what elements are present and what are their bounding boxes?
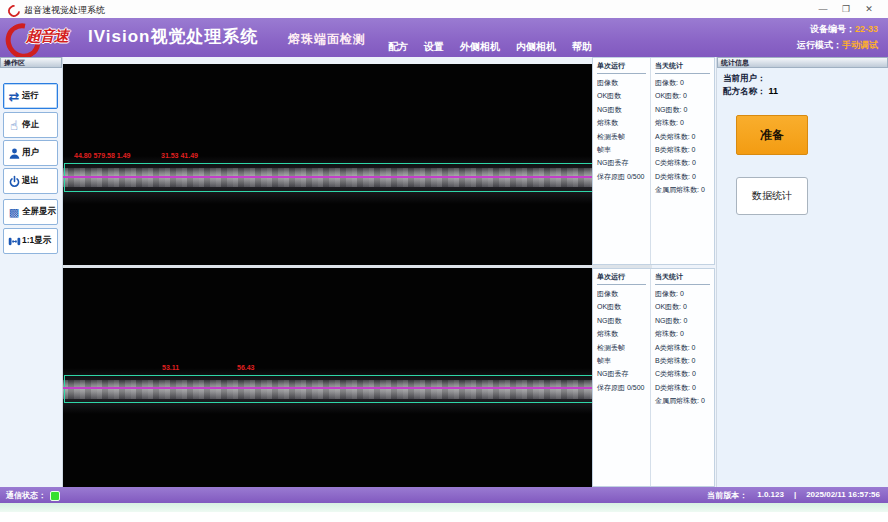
single-run-column: 单次运行 图像数OK图数NG图数熔珠数检测丢帧帧率NG图丢存保存原图 0/500 <box>593 269 651 486</box>
stat-row: 保存原图 0/500 <box>597 381 646 394</box>
detection-rect-overlay <box>64 375 652 403</box>
device-number-label: 设备编号： <box>810 24 855 34</box>
single-run-title: 单次运行 <box>597 61 646 74</box>
user-button[interactable]: 用户 <box>3 140 58 166</box>
app-subtitle: 熔珠端面检测 <box>288 31 366 48</box>
datetime-value: 2025/02/11 16:57:56 <box>806 490 880 501</box>
stat-row: 保存原图 0/500 <box>597 170 646 183</box>
device-info: 设备编号：22-33 运行模式：手动调试 <box>797 21 878 53</box>
stat-row: 图像数: 0 <box>655 76 710 89</box>
menu-item[interactable]: 配方 <box>388 40 408 54</box>
stat-row: NG图丢存 <box>597 156 646 169</box>
daily-stats-rows: 图像数: 0OK图数: 0NG图数: 0熔珠数: 0A类熔珠数: 0B类熔珠数:… <box>655 76 710 197</box>
prepare-button[interactable]: 准备 <box>736 115 808 155</box>
stat-row: 熔珠数: 0 <box>655 327 710 340</box>
minimize-button[interactable]: — <box>814 2 832 16</box>
menu-item[interactable]: 内侧相机 <box>516 40 556 54</box>
stats-panel-top: 单次运行 图像数OK图数NG图数熔珠数检测丢帧帧率NG图丢存保存原图 0/500… <box>592 57 715 265</box>
run-button-label: 运行 <box>22 90 39 102</box>
stat-row: 图像数 <box>597 76 646 89</box>
camera-viewport-bottom[interactable]: 53.11 56.43 <box>63 268 652 487</box>
current-user-label: 当前用户： <box>723 73 766 83</box>
measurement-annotation: 44.80 579.58 1.49 <box>74 152 130 159</box>
measurement-annotation: 53.11 <box>162 364 179 371</box>
stat-row: 帧率 <box>597 354 646 367</box>
measure-line-overlay <box>63 176 652 178</box>
fullscreen-grid-icon: ▩ <box>6 206 22 219</box>
measurement-annotation: 31.53 41.49 <box>161 152 198 159</box>
statistics-info-panel: 统计信息 当前用户： 配方名称：11 准备 数据统计 <box>716 57 888 487</box>
stat-row: 帧率 <box>597 143 646 156</box>
measure-line-overlay <box>63 387 652 389</box>
run-mode-value: 手动调试 <box>842 40 878 50</box>
stat-row: 金属屑熔珠数: 0 <box>655 183 710 196</box>
brand-logo-text: 超音速 <box>26 27 68 46</box>
recipe-name-value: 11 <box>769 86 779 96</box>
stat-row: OK图数 <box>597 89 646 102</box>
one-to-one-button[interactable]: 1:1显示 <box>3 228 58 254</box>
stat-row: NG图数: 0 <box>655 103 710 116</box>
daily-stats-title: 当天统计 <box>655 272 710 285</box>
one-to-one-icon <box>6 235 22 248</box>
stats-panel-bottom: 单次运行 图像数OK图数NG图数熔珠数检测丢帧帧率NG图丢存保存原图 0/500… <box>592 268 715 487</box>
info-panel-title: 统计信息 <box>717 57 888 68</box>
stat-row: NG图数: 0 <box>655 314 710 327</box>
stat-row: NG图丢存 <box>597 367 646 380</box>
stat-row: 金属屑熔珠数: 0 <box>655 394 710 407</box>
stat-row: 图像数 <box>597 287 646 300</box>
exit-button[interactable]: 退出 <box>3 168 58 194</box>
daily-stats-title: 当天统计 <box>655 61 710 74</box>
main-area: 操作区 ⇄ 运行 ☝ 停止 用户 退出 ▩ 全屏显示 <box>0 57 888 487</box>
menu-item[interactable]: 外侧相机 <box>460 40 500 54</box>
menu-item[interactable]: 帮助 <box>572 40 592 54</box>
power-icon <box>6 175 22 188</box>
version-value: 1.0.123 <box>757 490 784 501</box>
stat-row: C类熔珠数: 0 <box>655 156 710 169</box>
desktop-edge <box>0 503 888 512</box>
stat-row: 熔珠数: 0 <box>655 116 710 129</box>
run-mode-label: 运行模式： <box>797 40 842 50</box>
close-button[interactable]: ✕ <box>860 2 878 16</box>
comm-status-indicator <box>50 491 60 501</box>
status-separator: | <box>794 490 796 501</box>
data-statistics-button[interactable]: 数据统计 <box>736 177 808 215</box>
maximize-button[interactable]: ❐ <box>837 2 855 16</box>
stat-row: 熔珠数 <box>597 327 646 340</box>
app-icon <box>6 3 23 20</box>
user-button-label: 用户 <box>22 147 39 159</box>
recipe-name-label: 配方名称： <box>723 86 766 96</box>
stat-row: B类熔珠数: 0 <box>655 143 710 156</box>
single-run-title: 单次运行 <box>597 272 646 285</box>
window-title: 超音速视觉处理系统 <box>24 4 105 17</box>
camera-viewport-top[interactable]: 44.80 579.58 1.49 31.53 41.49 <box>63 64 652 265</box>
run-button[interactable]: ⇄ 运行 <box>3 83 58 109</box>
menu-item[interactable]: 设置 <box>424 40 444 54</box>
stat-row: 图像数: 0 <box>655 287 710 300</box>
stat-row: A类熔珠数: 0 <box>655 341 710 354</box>
operation-sidebar: 操作区 ⇄ 运行 ☝ 停止 用户 退出 ▩ 全屏显示 <box>0 57 63 487</box>
fullscreen-button-label: 全屏显示 <box>22 206 56 218</box>
menu-bar: 配方设置外侧相机内侧相机帮助 <box>388 40 592 54</box>
daily-stats-column: 当天统计 图像数: 0OK图数: 0NG图数: 0熔珠数: 0A类熔珠数: 0B… <box>651 58 714 264</box>
run-cycle-icon: ⇄ <box>6 89 22 104</box>
fullscreen-button[interactable]: ▩ 全屏显示 <box>3 199 58 225</box>
current-user-row: 当前用户： <box>723 72 882 85</box>
stop-button[interactable]: ☝ 停止 <box>3 112 58 138</box>
stat-row: OK图数: 0 <box>655 89 710 102</box>
device-number-value: 22-33 <box>855 24 878 34</box>
recipe-name-row: 配方名称：11 <box>723 85 882 98</box>
app-title: IVision视觉处理系统 <box>88 25 258 48</box>
sidebar-title: 操作区 <box>0 57 62 68</box>
single-run-column: 单次运行 图像数OK图数NG图数熔珠数检测丢帧帧率NG图丢存保存原图 0/500 <box>593 58 651 264</box>
stat-row: C类熔珠数: 0 <box>655 367 710 380</box>
stat-row: A类熔珠数: 0 <box>655 130 710 143</box>
stop-hand-icon: ☝ <box>6 118 22 133</box>
stat-row: 检测丢帧 <box>597 341 646 354</box>
user-icon <box>6 147 22 160</box>
stat-row: 检测丢帧 <box>597 130 646 143</box>
stat-row: OK图数 <box>597 300 646 313</box>
version-label: 当前版本： <box>707 490 747 501</box>
one-to-one-button-label: 1:1显示 <box>22 235 51 247</box>
stat-row: OK图数: 0 <box>655 300 710 313</box>
stop-button-label: 停止 <box>22 119 39 131</box>
